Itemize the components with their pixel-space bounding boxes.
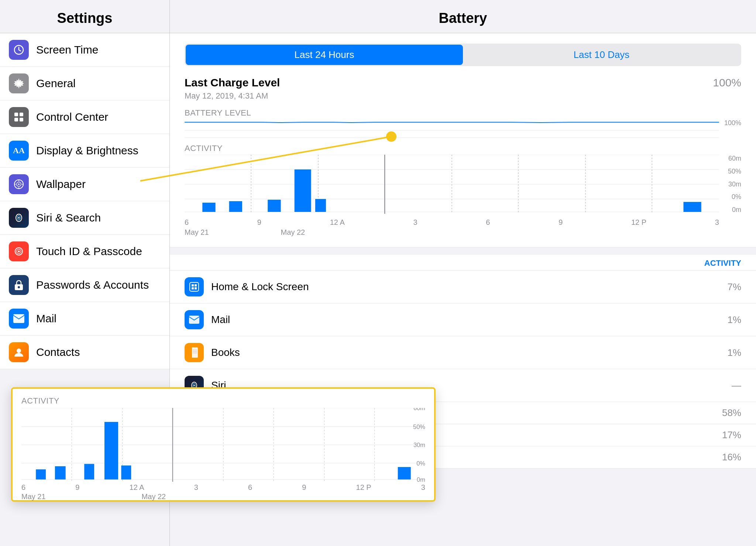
svg-rect-47 (195, 284, 197, 286)
home-lock-name: Home & Lock Screen (211, 281, 727, 293)
svg-text:50%: 50% (413, 423, 425, 430)
siri-stats: — (732, 380, 741, 391)
date-may22: May 22 (281, 228, 305, 237)
wallpaper-label: Wallpaper (36, 178, 86, 190)
sidebar-title: Settings (11, 10, 158, 26)
date-may21: May 21 (185, 228, 209, 237)
home-lock-pct: 7% (727, 281, 741, 293)
usage-mail-name: Mail (211, 314, 727, 326)
usage-row-books[interactable]: Books 1% (170, 336, 756, 369)
sidebar-item-mail[interactable]: Mail (0, 302, 169, 336)
svg-rect-48 (192, 287, 194, 289)
svg-point-58 (193, 385, 195, 386)
svg-rect-46 (192, 284, 194, 286)
last-charge-date: May 12, 2019, 4:31 AM (185, 91, 741, 101)
activity-chart-area (185, 155, 719, 214)
siri-pct: — (732, 380, 741, 391)
svg-rect-52 (190, 347, 192, 358)
time-segment-control[interactable]: Last 24 Hours Last 10 Days (185, 44, 741, 66)
svg-rect-43 (315, 199, 326, 212)
y-30m: 30m (728, 181, 741, 188)
svg-rect-3 (20, 113, 23, 116)
last-charge-value: 100% (713, 76, 741, 89)
usage-row-home-lock[interactable]: Home & Lock Screen 7% (170, 271, 756, 303)
svg-text:60m: 60m (413, 408, 425, 412)
x-3a: 3 (413, 218, 417, 227)
svg-rect-45 (190, 282, 199, 291)
zoom-x-9b: 9 (302, 483, 306, 492)
general-icon (9, 73, 29, 93)
home-lock-icon (185, 277, 204, 296)
svg-text:30m: 30m (413, 442, 425, 449)
sidebar-item-display[interactable]: AA Display & Brightness (0, 134, 169, 168)
sidebar-item-contacts[interactable]: Contacts (0, 336, 169, 369)
sidebar-item-control-center[interactable]: Control Center (0, 100, 169, 134)
touch-id-icon (9, 241, 29, 261)
sidebar-item-wallpaper[interactable]: Wallpaper (0, 168, 169, 201)
sidebar-item-screen-time[interactable]: Screen Time (0, 33, 169, 67)
battery-y-labels: 100% (719, 119, 741, 141)
y-0m: 0m (732, 206, 741, 214)
siri-label: Siri & Search (36, 212, 101, 224)
x-6b: 6 (486, 218, 490, 227)
svg-rect-76 (104, 422, 118, 480)
usage-mail-icon (185, 310, 204, 329)
svg-rect-74 (55, 466, 66, 480)
mail-label: Mail (36, 312, 56, 325)
zoom-may22: May 22 (142, 492, 166, 501)
last-24-hours-btn[interactable]: Last 24 Hours (186, 45, 463, 65)
screen-time-label: Screen Time (36, 44, 98, 56)
mail-pct: 1% (727, 314, 741, 326)
chart-x-dates: May 21 May 22 (185, 228, 741, 237)
svg-point-15 (18, 217, 20, 219)
svg-rect-73 (36, 469, 46, 479)
svg-rect-75 (84, 464, 94, 480)
home-lock-stats: 7% (727, 281, 741, 293)
chart-x-labels: 6 9 12 A 3 6 9 12 P 3 (185, 218, 741, 227)
display-label: Display & Brightness (36, 144, 138, 157)
general-label: General (36, 77, 76, 90)
books-name: Books (211, 347, 727, 358)
svg-point-8 (18, 183, 20, 185)
svg-rect-77 (121, 466, 131, 480)
activity-chart: 60m 50% 30m 0% 0m (185, 155, 741, 214)
svg-rect-2 (14, 113, 18, 116)
sidebar-header: Settings (0, 0, 169, 33)
x-6: 6 (185, 218, 189, 227)
svg-rect-40 (229, 201, 242, 212)
battery-level-chart: 100% (185, 119, 741, 141)
x-9b: 9 (559, 218, 563, 227)
battery-chart-area (185, 119, 719, 141)
svg-rect-41 (268, 200, 281, 212)
usage-row-mail[interactable]: Mail 1% (170, 303, 756, 336)
zoom-x-12p: 12 P (356, 483, 371, 492)
battery-card: Last 24 Hours Last 10 Days Last Charge L… (170, 33, 756, 247)
x-9: 9 (257, 218, 261, 227)
passwords-icon (9, 275, 29, 295)
content-header: Battery (170, 0, 756, 33)
last-10-days-btn[interactable]: Last 10 Days (463, 45, 740, 65)
passwords-label: Passwords & Accounts (36, 279, 149, 291)
sidebar-item-siri[interactable]: Siri & Search (0, 201, 169, 235)
mail-stats: 1% (727, 314, 741, 326)
svg-rect-78 (398, 467, 411, 480)
screen-time-icon (9, 40, 29, 60)
sidebar-item-touch-id[interactable]: Touch ID & Passcode (0, 235, 169, 268)
control-center-icon (9, 107, 29, 127)
svg-rect-42 (295, 169, 311, 212)
last-charge-row: Last Charge Level 100% (185, 76, 741, 89)
zoom-overlay: ACTIVITY (11, 387, 436, 502)
mail-icon (9, 309, 29, 329)
activity-y-labels: 60m 50% 30m 0% 0m (719, 155, 741, 214)
zoom-activity-label: ACTIVITY (21, 396, 425, 406)
sidebar-item-passwords[interactable]: Passwords & Accounts (0, 268, 169, 302)
svg-point-22 (17, 348, 21, 353)
activity-16-val: 16% (722, 451, 741, 463)
zoom-chart-wrapper: 60m 50% 30m 0% 0m (21, 408, 425, 482)
display-icon: AA (9, 141, 29, 161)
zoom-x-3b: 3 (421, 483, 425, 492)
y-0pct: 0% (732, 193, 741, 201)
svg-rect-4 (14, 118, 18, 121)
sidebar-item-general[interactable]: General (0, 67, 169, 100)
svg-text:0%: 0% (416, 460, 425, 467)
